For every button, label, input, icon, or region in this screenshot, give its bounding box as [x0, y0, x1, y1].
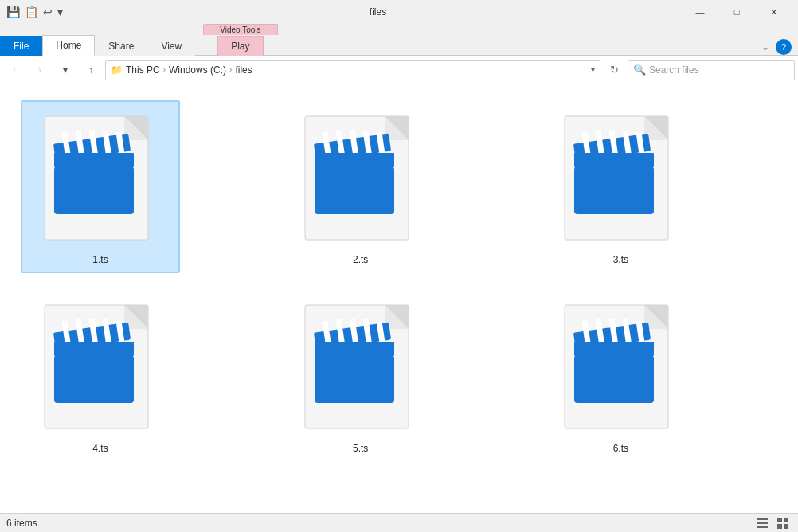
ribbon-tabs: File Home Share View Video Tools Play ⌄ … — [0, 24, 798, 56]
close-button[interactable]: ✕ — [755, 0, 792, 24]
address-dropdown-icon[interactable]: ▾ — [591, 65, 595, 74]
breadcrumb-pc[interactable]: This PC — [126, 65, 160, 76]
search-placeholder: Search files — [649, 65, 699, 76]
address-bar: ‹ › ▾ ↑ 📁 This PC › Windows (C:) › files… — [0, 56, 798, 84]
search-icon: 🔍 — [633, 64, 646, 76]
svg-line-39 — [92, 319, 96, 346]
file-icon-6 — [557, 297, 684, 436]
file-item-1[interactable]: 1.ts — [21, 100, 180, 273]
svg-rect-21 — [315, 166, 394, 214]
file-name-6: 6.ts — [613, 443, 628, 454]
svg-line-17 — [352, 130, 356, 157]
tab-file[interactable]: File — [0, 36, 42, 56]
file-item-4[interactable]: 4.ts — [21, 289, 180, 462]
main-content: 1.ts 2.ts 3.ts — [0, 84, 798, 513]
file-name-3: 3.ts — [613, 254, 628, 265]
file-icon-3 — [557, 108, 684, 248]
svg-rect-72 — [784, 524, 788, 529]
breadcrumb: 📁 This PC › Windows (C:) › files — [111, 65, 252, 76]
svg-rect-70 — [784, 518, 788, 522]
file-name-5: 5.ts — [353, 443, 368, 454]
svg-line-6 — [92, 130, 96, 157]
tab-share[interactable]: Share — [95, 36, 147, 56]
tab-play[interactable]: Play — [217, 36, 263, 56]
svg-rect-10 — [54, 166, 134, 214]
svg-rect-31 — [574, 153, 654, 167]
file-name-4: 4.ts — [92, 443, 108, 454]
file-icon-2 — [297, 108, 424, 248]
file-icon-4 — [37, 297, 164, 436]
up-button[interactable]: ↑ — [80, 59, 102, 81]
svg-rect-42 — [54, 342, 134, 356]
svg-rect-69 — [777, 518, 782, 522]
svg-rect-71 — [777, 524, 782, 529]
status-bar: 6 items — [0, 513, 798, 532]
file-name-1: 1.ts — [92, 254, 108, 265]
svg-rect-66 — [757, 518, 768, 520]
sep1: › — [163, 65, 166, 74]
refresh-button[interactable]: ↻ — [604, 60, 624, 80]
video-tools-section: Video Tools Play — [203, 24, 277, 55]
file-name-2: 2.ts — [353, 254, 368, 265]
file-item-2[interactable]: 2.ts — [281, 100, 440, 273]
svg-rect-64 — [574, 342, 654, 356]
search-box[interactable]: 🔍 Search files — [628, 60, 795, 80]
svg-line-50 — [352, 319, 356, 346]
title-bar: 💾 📋 ↩ ▾ files — □ ✕ — [0, 0, 798, 24]
svg-rect-43 — [54, 355, 134, 403]
view-controls — [753, 515, 792, 531]
file-item-6[interactable]: 6.ts — [541, 289, 700, 462]
grid-view-button[interactable] — [774, 515, 792, 531]
video-tools-label: Video Tools — [203, 24, 277, 35]
file-item-3[interactable]: 3.ts — [541, 100, 700, 273]
svg-rect-68 — [757, 526, 768, 528]
svg-rect-20 — [315, 153, 394, 167]
sep2: › — [229, 65, 232, 74]
help-button[interactable]: ? — [776, 39, 792, 55]
maximize-button[interactable]: □ — [718, 0, 755, 24]
file-icon-5 — [297, 297, 424, 436]
files-grid: 1.ts 2.ts 3.ts — [13, 92, 785, 470]
undo-icon[interactable]: ↩ — [43, 6, 53, 18]
chevron-icon[interactable]: ⌄ — [761, 41, 769, 53]
svg-line-28 — [612, 130, 616, 157]
svg-line-61 — [612, 319, 616, 346]
svg-rect-32 — [574, 166, 654, 214]
breadcrumb-folder-icon: 📁 — [111, 65, 123, 76]
breadcrumb-drive[interactable]: Windows (C:) — [169, 65, 226, 76]
properties-icon[interactable]: 📋 — [25, 6, 38, 18]
breadcrumb-files[interactable]: files — [235, 65, 252, 76]
svg-rect-9 — [54, 153, 134, 167]
svg-rect-67 — [757, 522, 768, 524]
item-count: 6 items — [6, 518, 37, 529]
file-icon-1 — [37, 108, 164, 248]
back-button[interactable]: ‹ — [3, 59, 25, 81]
list-view-button[interactable] — [753, 515, 771, 531]
svg-rect-54 — [315, 355, 394, 403]
file-item-5[interactable]: 5.ts — [281, 289, 440, 462]
forward-button[interactable]: › — [29, 59, 51, 81]
svg-rect-65 — [574, 355, 654, 403]
recent-locations-button[interactable]: ▾ — [54, 59, 76, 81]
svg-rect-53 — [315, 342, 394, 356]
tab-view[interactable]: View — [147, 36, 195, 56]
tab-home[interactable]: Home — [42, 35, 95, 56]
save-icon[interactable]: 💾 — [6, 6, 20, 18]
minimize-button[interactable]: — — [682, 0, 718, 24]
window-title: files — [74, 6, 682, 18]
address-box[interactable]: 📁 This PC › Windows (C:) › files ▾ — [105, 60, 600, 80]
dropdown-icon[interactable]: ▾ — [57, 6, 63, 18]
